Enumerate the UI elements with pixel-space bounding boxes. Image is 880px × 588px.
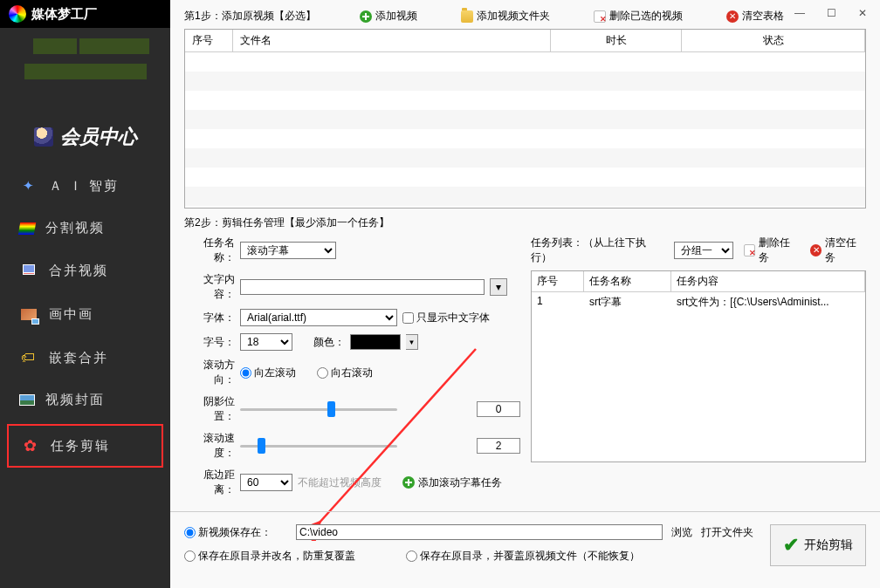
speed-label: 滚动速度： [184,431,235,461]
window-close[interactable]: ✕ [857,7,868,19]
shadow-slider[interactable] [240,401,471,417]
titlebar: 媒体梦工厂 [0,0,170,28]
col-status[interactable]: 状态 [682,30,865,51]
task-list-label: 任务列表：（从上往下执行） [531,236,663,265]
delete-selected-button[interactable]: 删除已选的视频 [594,9,683,24]
color-picker[interactable] [350,334,401,350]
open-folder-button[interactable]: 打开文件夹 [701,525,753,540]
task-name-select[interactable]: 滚动字幕 [240,242,336,259]
size-label: 字号： [184,335,235,350]
nav-pip[interactable]: 画中画 [0,292,170,336]
save-path-input[interactable] [296,524,663,540]
user-info-block [0,28,170,115]
text-content-button[interactable]: ▾ [490,278,507,296]
split-icon [18,222,36,235]
clear-tasks-button[interactable]: ✕清空任务 [810,236,866,265]
delete-icon [594,10,606,23]
step1-label: 第1步：添加原视频【必选】 [184,9,316,24]
color-dropdown[interactable]: ▼ [406,334,418,350]
pip-icon [19,304,38,324]
scroll-right-radio[interactable]: 向右滚动 [317,366,373,380]
app-title: 媒体梦工厂 [31,6,97,23]
task-row[interactable]: 1 srt字幕 srt文件为：[{C:\Users\Administ... [532,292,865,312]
member-center-label: 会员中心 [60,124,137,150]
add-folder-button[interactable]: 添加视频文件夹 [461,9,550,24]
ai-icon: ✦ [19,176,38,195]
font-select[interactable]: Arial(arial.ttf) [240,309,397,326]
nav-split-video[interactable]: 分割视频 [0,208,170,249]
text-content-input[interactable] [240,279,485,295]
col-duration[interactable]: 时长 [551,30,682,51]
checkmark-icon: ✔ [783,534,799,557]
app-logo [9,5,26,23]
col-filename[interactable]: 文件名 [233,30,551,51]
task-icon: ✿ [21,436,40,455]
shadow-value: 0 [477,401,520,417]
only-cn-checkbox[interactable]: 只显示中文字体 [402,311,490,325]
nav-label: 合并视频 [49,263,108,279]
window-maximize[interactable]: ☐ [826,7,836,19]
nav-label: 分割视频 [45,220,105,236]
nav-video-cover[interactable]: 视频封面 [0,379,170,420]
clear-icon: ✕ [726,10,739,23]
plus-icon [360,10,372,23]
speed-slider[interactable] [240,438,471,454]
member-center-link[interactable]: 会员中心 [0,115,170,164]
step2-label: 第2步：剪辑任务管理【最少添加一个任务】 [184,215,866,236]
video-table: 序号 文件名 时长 状态 [184,29,866,209]
delete-icon [744,244,756,256]
tcol-index[interactable]: 序号 [532,271,584,291]
sidebar-nav: ✦ Ａ Ｉ 智剪 分割视频 合并视频 画中画 🏷 嵌套合并 视频封面 [0,164,170,588]
bottom-hint: 不能超过视频高度 [298,475,382,490]
nav-label: 任务剪辑 [51,438,110,455]
nav-task-edit[interactable]: ✿ 任务剪辑 [7,424,163,468]
save-overwrite-radio[interactable]: 保存在原目录，并覆盖原视频文件（不能恢复） [406,549,640,564]
nav-merge-video[interactable]: 合并视频 [0,249,170,292]
font-label: 字体： [184,311,235,325]
nav-nest-merge[interactable]: 🏷 嵌套合并 [0,336,170,379]
nav-label: 画中画 [49,306,93,323]
save-rename-radio[interactable]: 保存在原目录并改名，防重复覆盖 [184,549,355,564]
text-content-label: 文字内容： [184,272,235,302]
tcol-name[interactable]: 任务名称 [584,271,671,291]
direction-label: 滚动方向： [184,358,235,387]
col-index[interactable]: 序号 [185,30,233,51]
nest-icon: 🏷 [19,348,38,367]
nav-ai-edit[interactable]: ✦ Ａ Ｉ 智剪 [0,164,170,208]
scroll-left-radio[interactable]: 向左滚动 [240,366,296,380]
nav-label: 嵌套合并 [49,350,108,366]
delete-task-button[interactable]: 删除任务 [744,236,800,265]
tcol-content[interactable]: 任务内容 [671,271,865,291]
bottom-label: 底边距离： [184,468,235,497]
task-table: 序号 任务名称 任务内容 1 srt字幕 srt文件为：[{C:\Users\A… [531,270,866,462]
save-new-radio[interactable]: 新视频保存在： [184,525,272,540]
nav-label: 视频封面 [45,392,105,408]
merge-icon [19,261,38,280]
avatar-icon [34,127,53,147]
video-table-body[interactable] [185,52,865,208]
clear-icon: ✕ [810,244,822,256]
nav-label: Ａ Ｉ 智剪 [49,178,119,195]
size-select[interactable]: 18 [240,333,292,351]
task-name-label: 任务名称： [184,236,235,265]
browse-button[interactable]: 浏览 [671,525,692,540]
speed-value: 2 [477,438,520,454]
group-select[interactable]: 分组一 [674,242,733,259]
add-scroll-task-button[interactable]: 添加滚动字幕任务 [402,475,502,490]
add-video-button[interactable]: 添加视频 [360,9,417,24]
start-edit-button[interactable]: ✔ 开始剪辑 [770,524,866,566]
color-label: 颜色： [313,335,345,350]
folder-icon [461,10,473,23]
window-minimize[interactable]: — [794,7,805,19]
bottom-select[interactable]: 60 [240,474,292,491]
clear-table-button[interactable]: ✕清空表格 [726,9,784,24]
plus-icon [402,476,415,489]
shadow-label: 阴影位置： [184,394,235,424]
cover-icon [19,394,35,406]
